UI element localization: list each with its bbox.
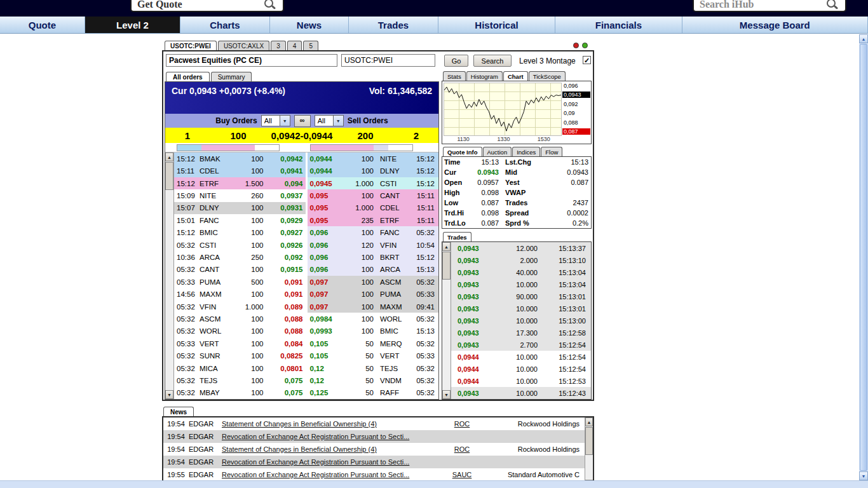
news-headline-link[interactable]: Revocation of Exchange Act Registration … <box>222 433 443 440</box>
tab-auction[interactable]: Auction <box>483 147 512 156</box>
quote-info-value: 0.087 <box>472 199 499 207</box>
news-symbol-link[interactable]: SAUC <box>443 471 481 478</box>
trade-row: 0,094310.00015:13:01 <box>451 302 591 315</box>
scroll-up-button[interactable]: ▲ <box>442 242 451 251</box>
bid-time: 05:32 <box>174 352 200 360</box>
scrollbar-track[interactable] <box>585 456 593 480</box>
trade-price: 0,0943 <box>451 281 494 288</box>
scroll-down-button[interactable]: ▼ <box>442 390 451 399</box>
scroll-up-button[interactable]: ▲ <box>165 152 173 161</box>
level3-checkbox[interactable]: ✓ <box>583 56 591 64</box>
window-control-red-icon[interactable] <box>573 43 579 48</box>
window-controls <box>573 43 588 48</box>
scrollbar-thumb[interactable] <box>585 427 593 455</box>
go-button[interactable]: Go <box>444 55 468 67</box>
trade-time: 15:12:54 <box>544 365 591 373</box>
bid-size: 100 <box>229 315 269 323</box>
ask-mm: PUMA <box>377 290 409 298</box>
ask-time: 15:11 <box>409 204 438 212</box>
news-headline-link[interactable]: Revocation of Exchange Act Registration … <box>222 471 443 478</box>
scroll-up-button[interactable]: ▲ <box>585 417 593 426</box>
nav-tab-message-board[interactable]: Message Board <box>682 17 868 33</box>
window-tab-3[interactable]: 3 <box>271 41 286 50</box>
ask-time: 05:32 <box>409 229 438 236</box>
scroll-down-button[interactable]: ▼ <box>165 390 173 399</box>
trade-row: 0,094390.00015:13:01 <box>451 290 591 302</box>
nav-tab-charts[interactable]: Charts <box>180 17 270 33</box>
ask-mm: VFIN <box>377 241 409 249</box>
tab-indices[interactable]: Indices <box>512 147 540 156</box>
scrollbar-track[interactable] <box>165 191 173 390</box>
buy-filter-select[interactable]: All ▼ <box>261 115 290 126</box>
news-headline-link[interactable]: Statement of Changes in Beneficial Owner… <box>222 420 443 428</box>
bid-price: 0,0915 <box>269 266 306 273</box>
nav-tab-level-2[interactable]: Level 2 <box>85 17 180 33</box>
ask-row: 0,096100BKRT15:12 <box>308 251 439 263</box>
search-button[interactable]: Search <box>473 55 512 67</box>
nav-tab-trades[interactable]: Trades <box>349 17 438 33</box>
news-headline-link[interactable]: Statement of Changes in Beneficial Owner… <box>222 445 443 453</box>
trade-time: 15:12:54 <box>544 341 591 349</box>
quote-info-label: High <box>442 189 472 196</box>
trades-scrollbar: ▲ ▼ <box>442 242 451 399</box>
page-scrollbar-horizontal[interactable] <box>0 480 868 488</box>
window-tab-5[interactable]: 5 <box>303 41 318 50</box>
trade-row: 0,09432.70015:12:54 <box>451 339 591 351</box>
link-filters-button[interactable]: ∞ <box>294 115 311 127</box>
scrollbar-thumb[interactable] <box>165 162 173 190</box>
news-table: 19:54EDGARStatement of Changes in Benefi… <box>163 417 585 488</box>
orderbook-scrollbar: ▲ ▼ <box>165 152 174 399</box>
search-icon <box>264 0 273 8</box>
scroll-up-button[interactable]: ▲ <box>859 34 868 43</box>
view-tab-all-orders[interactable]: All orders <box>166 72 210 81</box>
news-headline-link[interactable]: Revocation of Exchange Act Registration … <box>222 458 443 466</box>
ask-price: 0,096 <box>308 266 342 273</box>
bid-time: 15:12 <box>174 155 200 163</box>
tab-histogram[interactable]: Histogram <box>466 71 503 81</box>
get-quote-input[interactable]: Get Quote <box>130 0 284 12</box>
window-control-green-icon[interactable] <box>582 43 588 48</box>
bid-size: 100 <box>229 290 269 298</box>
bid-price: 0,075 <box>269 389 306 396</box>
news-row: 19:55EDGARRevocation of Exchange Act Reg… <box>163 468 585 481</box>
ask-time: 15:13 <box>409 327 438 335</box>
nav-tab-news[interactable]: News <box>270 17 349 33</box>
nav-tab-financials[interactable]: Financials <box>555 17 682 33</box>
nav-tab-historical[interactable]: Historical <box>438 17 555 33</box>
tab-trades[interactable]: Trades <box>443 232 471 241</box>
quote-info-label: Cur <box>442 168 472 176</box>
quote-info-label: Trd.Lo <box>442 219 472 227</box>
trade-price: 0,0943 <box>451 269 494 276</box>
tab-tickscope[interactable]: TickScope <box>529 71 566 81</box>
tab-quote-info[interactable]: Quote Info <box>443 147 482 156</box>
bid-time: 15:12 <box>174 180 200 187</box>
scrollbar-thumb[interactable] <box>860 44 867 471</box>
tab-news[interactable]: News <box>163 407 194 416</box>
ask-row: 0,0951.000CDEL15:11 <box>308 202 439 214</box>
bid-size: 500 <box>229 278 269 286</box>
window-tab-usotc-axlx[interactable]: USOTC:AXLX <box>218 41 269 50</box>
trade-size: 10.000 <box>494 353 544 361</box>
tab-flow[interactable]: Flow <box>541 147 562 156</box>
window-tab-4[interactable]: 4 <box>287 41 302 50</box>
scrollbar-track[interactable] <box>442 280 451 390</box>
news-row: 19:54EDGARStatement of Changes in Benefi… <box>163 443 585 456</box>
tab-stats[interactable]: Stats <box>443 71 466 81</box>
bid-price: 0,088 <box>269 327 306 335</box>
scroll-down-button[interactable]: ▼ <box>859 471 868 480</box>
view-tab-summary[interactable]: Summary <box>211 72 252 81</box>
symbol-input[interactable] <box>341 54 435 67</box>
news-symbol-link[interactable]: ROC <box>443 445 481 453</box>
tab-chart[interactable]: Chart <box>503 71 528 81</box>
page-scrollbar-vertical[interactable]: ▲ ▼ <box>859 34 868 480</box>
nav-tab-quote[interactable]: Quote <box>0 17 85 33</box>
search-ihub-input[interactable]: Search iHub <box>693 0 846 12</box>
company-name-input[interactable] <box>166 54 337 67</box>
bid-table: 15:12BMAK1000,094215:11CDEL1000,094115:1… <box>174 152 306 399</box>
window-tab-usotc-pwei[interactable]: USOTC:PWEI <box>165 41 217 50</box>
ask-mm: RAFF <box>377 389 409 396</box>
sell-filter-select[interactable]: All ▼ <box>315 115 344 126</box>
news-symbol-link[interactable]: ROC <box>443 420 481 428</box>
scrollbar-thumb[interactable] <box>442 252 451 280</box>
sell-filter-value: All <box>315 117 333 125</box>
